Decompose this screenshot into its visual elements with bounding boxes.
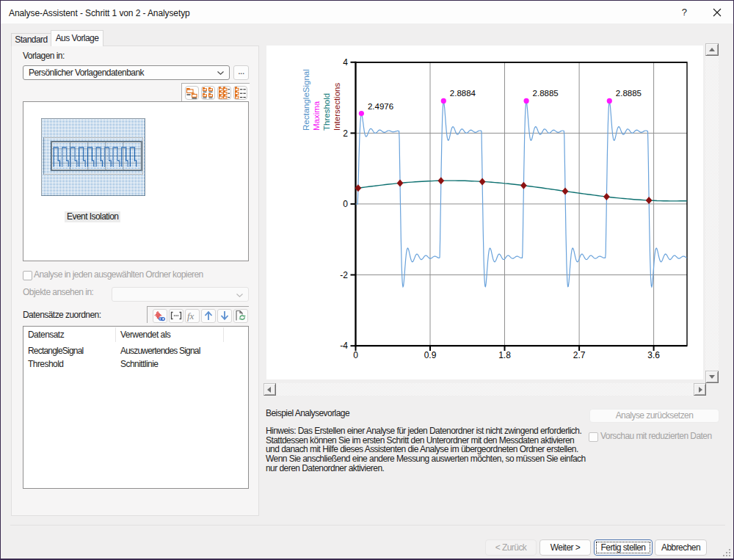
svg-text:1.8: 1.8: [498, 350, 511, 360]
svg-text:2.8885: 2.8885: [533, 89, 559, 98]
svg-text:0.9: 0.9: [424, 350, 437, 360]
svg-text:0: 0: [353, 350, 358, 360]
svg-text:2.8885: 2.8885: [616, 89, 642, 98]
svg-text:2: 2: [343, 128, 348, 139]
svg-text:RectangleSignal: RectangleSignal: [302, 69, 310, 131]
svg-text:2.4976: 2.4976: [368, 102, 393, 111]
svg-text:Maxima: Maxima: [312, 101, 321, 131]
svg-text:2.7: 2.7: [573, 350, 586, 360]
svg-text:-2: -2: [340, 270, 348, 280]
svg-text:4: 4: [343, 57, 348, 68]
svg-text:0: 0: [343, 199, 348, 209]
svg-text:2.8884: 2.8884: [450, 89, 476, 98]
svg-text:Intersections: Intersections: [333, 83, 341, 131]
svg-text:3.6: 3.6: [647, 350, 660, 360]
svg-text:fx: fx: [187, 310, 195, 321]
svg-text:Threshold: Threshold: [322, 93, 331, 131]
svg-text:-4: -4: [340, 341, 348, 351]
